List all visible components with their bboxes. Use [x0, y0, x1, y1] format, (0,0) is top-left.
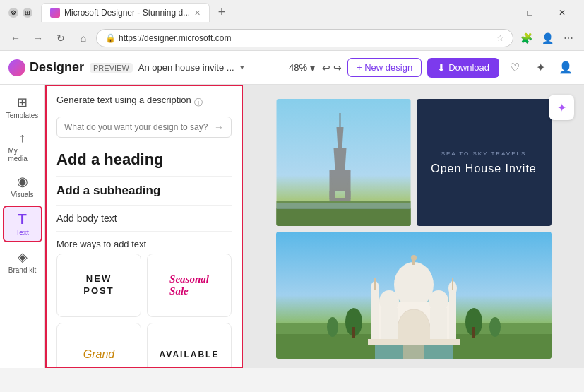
- app-logo: Designer: [8, 59, 84, 76]
- navy-card[interactable]: SEA TO SKY TRAVELS Open House Invite: [417, 99, 552, 226]
- style-available-text: AVAILABLE: [160, 350, 220, 360]
- extensions-btn[interactable]: 🧩: [516, 28, 536, 48]
- add-subheading-btn[interactable]: Add a subheading: [56, 177, 232, 206]
- svg-rect-27: [452, 278, 453, 290]
- refresh-btn[interactable]: ↻: [51, 28, 71, 48]
- templates-icon: ⊞: [17, 95, 28, 110]
- logo-text: Designer: [30, 60, 84, 75]
- main-content: ⊞ Templates ↑ My media ◉ Visuals T Text …: [0, 85, 584, 368]
- forward-btn[interactable]: →: [28, 28, 48, 48]
- maximize-btn[interactable]: □: [513, 0, 546, 25]
- templates-label: Templates: [6, 112, 39, 119]
- new-design-btn[interactable]: + New design: [347, 58, 422, 77]
- more-ways-label: More ways to add text: [56, 232, 232, 254]
- home-btn[interactable]: ⌂: [73, 28, 93, 48]
- new-tab-btn[interactable]: +: [213, 4, 231, 22]
- zoom-dropdown[interactable]: ▾: [310, 62, 315, 73]
- download-label: Download: [448, 62, 489, 73]
- sparkle-icon[interactable]: ✦: [530, 58, 550, 78]
- close-btn[interactable]: ✕: [546, 0, 578, 25]
- taj-card[interactable]: [276, 232, 552, 359]
- svg-rect-31: [430, 308, 447, 341]
- generate-input-container: →: [56, 117, 232, 138]
- text-label: Text: [16, 229, 28, 237]
- svg-rect-12: [276, 203, 410, 209]
- svg-rect-32: [368, 339, 460, 345]
- tab-favicon: [50, 8, 60, 18]
- add-body-btn[interactable]: Add body text: [56, 206, 232, 232]
- style-new-post-text: NEWPOST: [83, 273, 114, 297]
- url-text: https://designer.microsoft.com: [119, 33, 494, 43]
- sidebar-item-visuals[interactable]: ◉ Visuals: [3, 170, 42, 203]
- sidebar-item-mymedia[interactable]: ↑ My media: [3, 126, 42, 167]
- text-panel: Generate text using a description ⓘ → Ad…: [45, 85, 243, 368]
- svg-rect-36: [472, 327, 475, 338]
- svg-rect-3: [339, 113, 340, 127]
- app-header: Designer PREVIEW An open house invite ..…: [0, 51, 584, 85]
- download-icon: ⬇: [437, 62, 446, 73]
- sidebar: ⊞ Templates ↑ My media ◉ Visuals T Text …: [0, 85, 45, 368]
- text-icon: T: [18, 211, 26, 227]
- style-card-seasonal[interactable]: SeasonalSale: [147, 254, 232, 317]
- zoom-value: 48%: [289, 62, 307, 73]
- style-seasonal-text: SeasonalSale: [169, 273, 209, 297]
- canvas-area: ✦: [243, 85, 584, 368]
- add-heading-btn[interactable]: Add a heading: [56, 143, 232, 177]
- brandkit-icon: ◈: [18, 249, 28, 265]
- header-icons: ♡ ✦ 👤: [505, 58, 576, 78]
- logo-icon: [8, 59, 25, 76]
- canvas-toolbar-btn[interactable]: ✦: [549, 95, 574, 120]
- canvas-top-row: SEA TO SKY TRAVELS Open House Invite: [276, 99, 552, 226]
- generate-submit-btn[interactable]: →: [214, 121, 224, 133]
- magic-icon: ✦: [557, 101, 566, 114]
- zoom-control: 48% ▾ ↩ ↪: [289, 62, 342, 73]
- browser-icon: ⚙: [8, 8, 18, 18]
- mymedia-label: My media: [8, 147, 37, 162]
- svg-rect-24: [374, 278, 376, 290]
- sidebar-item-brandkit[interactable]: ◈ Brand kit: [3, 245, 42, 278]
- browser-titlebar: ⚙ ⊞ Microsoft Designer - Stunning d... ✕…: [0, 0, 584, 25]
- svg-point-38: [489, 317, 501, 337]
- mymedia-icon: ↑: [19, 131, 25, 145]
- svg-point-37: [327, 317, 338, 337]
- eiffel-card[interactable]: [276, 99, 411, 226]
- svg-rect-34: [352, 327, 355, 338]
- navy-title: Open House Invite: [431, 162, 537, 175]
- style-card-new-post[interactable]: NEWPOST: [56, 254, 141, 317]
- tab-bar: Microsoft Designer - Stunning d... ✕ +: [41, 3, 475, 22]
- style-card-grand[interactable]: Grand: [56, 323, 141, 368]
- panel-header: Generate text using a description ⓘ →: [47, 86, 242, 143]
- sidebar-item-text[interactable]: T Text: [3, 206, 42, 242]
- active-tab[interactable]: Microsoft Designer - Stunning d... ✕: [41, 3, 210, 22]
- window-controls: — □ ✕: [481, 0, 578, 25]
- design-canvas: SEA TO SKY TRAVELS Open House Invite: [276, 99, 552, 359]
- back-btn[interactable]: ←: [6, 28, 25, 48]
- style-card-available[interactable]: AVAILABLE: [147, 323, 232, 368]
- browser-icon2: ⊞: [23, 8, 32, 18]
- collab-icon[interactable]: ♡: [505, 58, 525, 78]
- taj-svg: [276, 232, 552, 359]
- design-name-dropdown[interactable]: ▾: [240, 63, 244, 72]
- preview-badge: PREVIEW: [90, 63, 133, 73]
- sidebar-item-templates[interactable]: ⊞ Templates: [3, 90, 42, 124]
- tab-close-btn[interactable]: ✕: [194, 8, 201, 18]
- more-btn[interactable]: ⋯: [559, 28, 578, 48]
- eiffel-svg: [276, 99, 411, 226]
- address-bar[interactable]: 🔒 https://designer.microsoft.com ☆: [96, 29, 513, 47]
- profile-btn[interactable]: 👤: [537, 28, 557, 48]
- account-icon[interactable]: 👤: [556, 58, 576, 78]
- svg-rect-25: [449, 288, 456, 341]
- download-btn[interactable]: ⬇ Download: [427, 58, 499, 78]
- navy-subtitle: SEA TO SKY TRAVELS: [441, 150, 527, 157]
- generate-input[interactable]: [64, 122, 210, 132]
- redo-btn[interactable]: ↪: [333, 62, 342, 73]
- minimize-btn[interactable]: —: [481, 0, 513, 25]
- svg-point-20: [411, 255, 417, 261]
- svg-rect-2: [276, 208, 410, 226]
- undo-btn[interactable]: ↩: [322, 62, 330, 73]
- visuals-label: Visuals: [11, 191, 33, 198]
- visuals-icon: ◉: [17, 174, 28, 189]
- svg-point-18: [394, 262, 434, 307]
- browser-navbar: ← → ↻ ⌂ 🔒 https://designer.microsoft.com…: [0, 25, 584, 51]
- brandkit-label: Brand kit: [8, 266, 36, 274]
